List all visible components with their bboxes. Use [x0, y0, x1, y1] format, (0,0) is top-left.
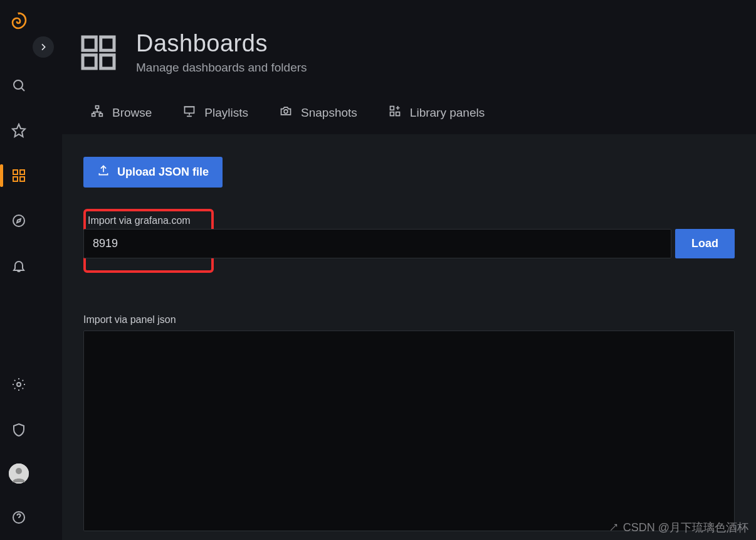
svg-rect-27	[390, 112, 394, 116]
import-grafana-label: Import via grafana.com	[86, 211, 209, 226]
svg-point-25	[284, 110, 288, 114]
import-panel-json-textarea[interactable]	[83, 331, 735, 531]
svg-rect-14	[83, 37, 96, 50]
sitemap-icon	[91, 105, 103, 120]
tab-playlists[interactable]: Playlists	[183, 105, 248, 120]
svg-line-1	[22, 88, 25, 92]
page-subtitle: Manage dashboards and folders	[136, 61, 307, 75]
svg-rect-20	[99, 114, 102, 116]
nav-configuration[interactable]	[0, 362, 38, 407]
import-grafana-input[interactable]	[83, 229, 671, 258]
nav-dashboards[interactable]	[0, 153, 38, 198]
upload-json-label: Upload JSON file	[117, 166, 209, 179]
rail-divider	[38, 0, 47, 540]
nav-help[interactable]	[0, 495, 38, 540]
svg-point-7	[13, 215, 24, 226]
tab-label: Library panels	[410, 106, 485, 120]
svg-point-9	[17, 383, 21, 386]
upload-json-button[interactable]: Upload JSON file	[83, 157, 223, 188]
import-panel-json-group: Import via panel json	[83, 314, 735, 534]
svg-rect-15	[101, 37, 114, 50]
tab-library-panels[interactable]: Library panels	[389, 105, 485, 120]
svg-point-0	[14, 80, 23, 89]
tab-label: Snapshots	[301, 106, 357, 120]
camera-icon	[280, 105, 292, 120]
upload-icon	[97, 164, 110, 180]
svg-rect-4	[20, 170, 24, 174]
import-grafana-group: Import via grafana.com Load	[83, 209, 735, 273]
svg-point-11	[16, 468, 22, 474]
tabs-row: Browse Playlists Snapshots Library panel…	[47, 81, 756, 134]
svg-rect-17	[101, 55, 114, 68]
svg-rect-28	[396, 112, 400, 116]
grafana-logo[interactable]	[9, 11, 29, 31]
sidebar-expand-toggle[interactable]	[33, 36, 54, 58]
page-title: Dashboards	[136, 30, 307, 57]
nav-admin[interactable]	[0, 407, 38, 452]
tab-label: Browse	[112, 106, 152, 120]
svg-rect-21	[185, 107, 194, 113]
svg-marker-8	[17, 219, 21, 223]
svg-rect-18	[96, 106, 99, 109]
nav-explore[interactable]	[0, 198, 38, 243]
load-button[interactable]: Load	[675, 229, 735, 258]
svg-rect-5	[13, 177, 18, 181]
library-panel-icon	[389, 105, 401, 120]
dashboards-icon	[80, 34, 117, 71]
presentation-icon	[183, 105, 196, 120]
nav-user-avatar[interactable]	[9, 463, 29, 484]
page-header: Dashboards Manage dashboards and folders	[47, 0, 756, 75]
svg-rect-6	[20, 177, 24, 181]
nav-alerting[interactable]	[0, 243, 38, 289]
svg-marker-2	[13, 124, 25, 137]
sidebar-rail	[0, 0, 38, 540]
nav-search[interactable]	[0, 63, 38, 108]
nav-starred[interactable]	[0, 108, 38, 153]
main-area: Dashboards Manage dashboards and folders…	[47, 0, 756, 540]
svg-rect-16	[83, 55, 96, 68]
import-panel-json-label: Import via panel json	[83, 314, 735, 326]
tab-snapshots[interactable]: Snapshots	[280, 105, 357, 120]
tab-browse[interactable]: Browse	[91, 105, 152, 120]
tab-label: Playlists	[204, 106, 248, 120]
content-panel: Upload JSON file Import via grafana.com …	[62, 134, 756, 540]
svg-rect-26	[390, 107, 394, 110]
svg-rect-3	[13, 170, 18, 174]
svg-rect-19	[92, 114, 95, 116]
